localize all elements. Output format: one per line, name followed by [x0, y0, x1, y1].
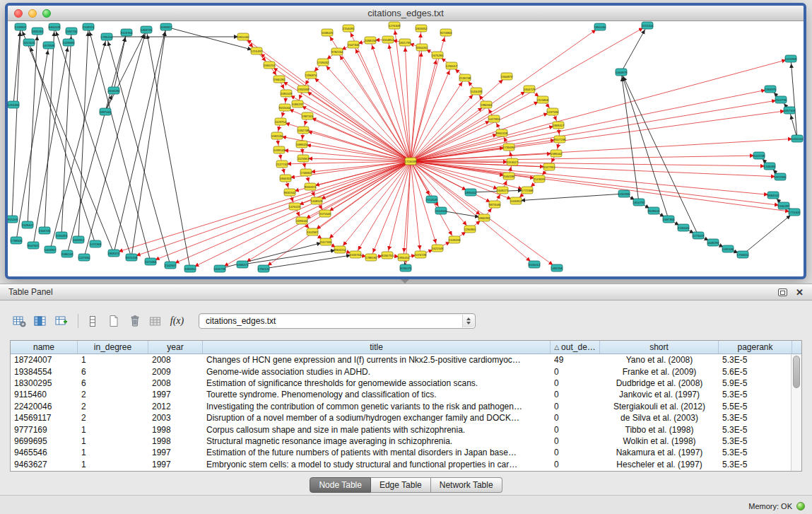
graph-node[interactable]: 9547821 — [28, 242, 40, 249]
row-height-icon[interactable] — [83, 312, 102, 330]
graph-node[interactable]: 2130645 — [678, 224, 690, 231]
network-canvas[interactable]: 1724039185103012154971660210194028020810… — [8, 21, 804, 273]
graph-node[interactable]: 1785204 — [101, 33, 113, 40]
network-table-select[interactable]: citations_edges.txt — [199, 313, 476, 329]
new-table-icon[interactable] — [104, 312, 123, 330]
graph-node[interactable]: 1803652 — [416, 25, 428, 32]
table-row[interactable]: 946554611997Estimation of the future num… — [11, 447, 801, 458]
graph-node[interactable]: 1586042 — [551, 150, 563, 157]
table-row[interactable]: 1938455462009Genome-wide association stu… — [11, 366, 801, 377]
column-header-name[interactable]: name — [11, 341, 78, 354]
graph-node[interactable]: 2109433 — [449, 236, 461, 243]
import-table-icon[interactable] — [146, 312, 165, 330]
graph-node[interactable]: 1403967 — [45, 246, 57, 253]
graph-node[interactable]: 2163745 — [39, 227, 51, 234]
graph-node[interactable]: 1770305 — [789, 209, 801, 216]
graph-node[interactable]: 1835261 — [32, 28, 44, 35]
table-row[interactable]: 1872400712008Changes of HCN gene express… — [11, 354, 801, 366]
graph-node[interactable]: 1246083 — [764, 163, 776, 170]
graph-node[interactable]: 9528603 — [648, 207, 660, 214]
graph-node[interactable]: 1814792 — [633, 199, 645, 206]
graph-node[interactable]: 2127741 — [276, 160, 288, 168]
graph-node[interactable]: 1175029 — [693, 232, 705, 239]
graph-node[interactable]: 1693044 — [296, 217, 308, 224]
graph-node[interactable]: 9460528 — [49, 23, 61, 30]
graph-node[interactable]: 1514546 — [435, 207, 447, 214]
column-header-year[interactable]: year — [148, 341, 203, 354]
graph-node[interactable]: 9662418 — [496, 129, 508, 136]
graph-node[interactable]: 1597384 — [663, 216, 675, 223]
graph-node[interactable]: 1125963 — [298, 155, 310, 162]
graph-node[interactable]: 1620739 — [214, 265, 226, 272]
graph-node[interactable]: 1794120 — [258, 265, 270, 272]
table-row[interactable]: 911546021997Tourette syndrome. Phenomeno… — [11, 389, 801, 400]
graph-node[interactable]: 2017335 — [320, 238, 332, 245]
graph-node[interactable]: 9245012 — [529, 261, 541, 268]
graph-node[interactable]: 1143695 — [534, 175, 546, 182]
graph-node[interactable]: 1772368 — [522, 187, 534, 194]
graph-node[interactable]: 2142507 — [165, 262, 177, 269]
graph-node[interactable]: 1237594 — [547, 108, 559, 115]
graph-node[interactable]: 1190283 — [56, 232, 68, 239]
graph-node[interactable]: 1416104 — [792, 135, 804, 142]
table-mode-icon[interactable] — [10, 312, 29, 330]
graph-node[interactable]: 2115806 — [537, 96, 549, 103]
graph-node[interactable]: 9354261 — [416, 44, 428, 51]
graph-node[interactable]: 1648293 — [707, 239, 719, 246]
graph-node[interactable]: 9782154 — [331, 48, 343, 55]
graph-node[interactable]: 2013748 — [753, 152, 765, 159]
graph-node[interactable]: 1530287 — [778, 202, 790, 209]
graph-node[interactable]: 1102587 — [307, 228, 319, 235]
graph-node[interactable]: 1724039 — [405, 158, 417, 165]
graph-node[interactable]: 1029685 — [63, 39, 75, 46]
table-row[interactable]: 969969511998Structural magnetic resonanc… — [11, 436, 801, 447]
graph-node[interactable]: 1547306 — [348, 41, 360, 48]
graph-node[interactable]: 1645812 — [73, 236, 85, 243]
table-row[interactable]: 977716911998Corpus callosum shape and si… — [11, 424, 801, 435]
graph-node[interactable]: 1592730 — [66, 28, 78, 35]
column-header-pagerank[interactable]: pagerank — [719, 341, 792, 354]
graph-node[interactable]: 1475223 — [289, 203, 301, 210]
zoom-window-button[interactable] — [42, 9, 51, 18]
graph-node[interactable]: 1657309 — [784, 107, 796, 114]
graph-node[interactable]: 2058134 — [365, 37, 377, 44]
graph-node[interactable]: 1756820 — [737, 251, 749, 258]
graph-node[interactable]: 1528407 — [22, 221, 34, 228]
graph-node[interactable]: 1102736 — [775, 96, 787, 103]
graph-node[interactable]: 1821793 — [399, 39, 411, 46]
tab-node-table[interactable]: Node Table — [310, 477, 371, 493]
graph-node[interactable]: 1955410 — [398, 254, 410, 261]
graph-node[interactable]: 1016439 — [471, 88, 483, 95]
edit-columns-icon[interactable] — [52, 312, 71, 330]
function-builder-icon[interactable]: f(x) — [167, 312, 187, 330]
table-row[interactable]: 1456911722003Disruption of a novel membe… — [11, 412, 801, 424]
graph-node[interactable]: 1260935 — [618, 190, 630, 197]
graph-node[interactable]: 9631874 — [305, 183, 317, 190]
graph-node[interactable]: 1980564 — [481, 101, 493, 108]
graph-node[interactable]: 1621549 — [432, 245, 444, 252]
graph-node[interactable]: 1427853 — [488, 115, 500, 122]
graph-node[interactable]: 1129754 — [275, 118, 287, 125]
graph-node[interactable]: 1157426 — [23, 39, 35, 46]
graph-node[interactable]: 1514545 — [426, 196, 438, 203]
graph-node[interactable]: 2086143 — [61, 250, 73, 257]
show-columns-icon[interactable] — [31, 312, 50, 330]
graph-node[interactable]: 1072359 — [90, 240, 102, 247]
close-panel-icon[interactable]: ✕ — [796, 288, 804, 297]
graph-node[interactable]: 1604729 — [524, 86, 536, 93]
table-row[interactable]: 946362711997Embryonic stem cells: a mode… — [11, 459, 801, 470]
graph-node[interactable]: 2154091 — [343, 25, 355, 32]
graph-node[interactable]: 1940280 — [273, 76, 286, 83]
graph-node[interactable]: 1005814 — [510, 197, 522, 204]
graph-node[interactable]: 1582030 — [271, 132, 283, 139]
graph-node[interactable]: 2035817 — [160, 23, 172, 30]
scrollbar-thumb[interactable] — [793, 356, 800, 388]
graph-node[interactable]: 1294017 — [446, 62, 458, 69]
graph-node[interactable]: 1464879 — [616, 69, 628, 76]
graph-node[interactable]: 1469725 — [141, 26, 153, 33]
column-header-in-degree[interactable]: in_degree — [78, 341, 148, 354]
table-row[interactable]: 1830029562008Estimation of significance … — [11, 378, 801, 389]
column-header-title[interactable]: title — [203, 341, 551, 354]
graph-node[interactable]: 1250861 — [464, 226, 476, 233]
graph-node[interactable]: 8903214 — [334, 246, 346, 253]
